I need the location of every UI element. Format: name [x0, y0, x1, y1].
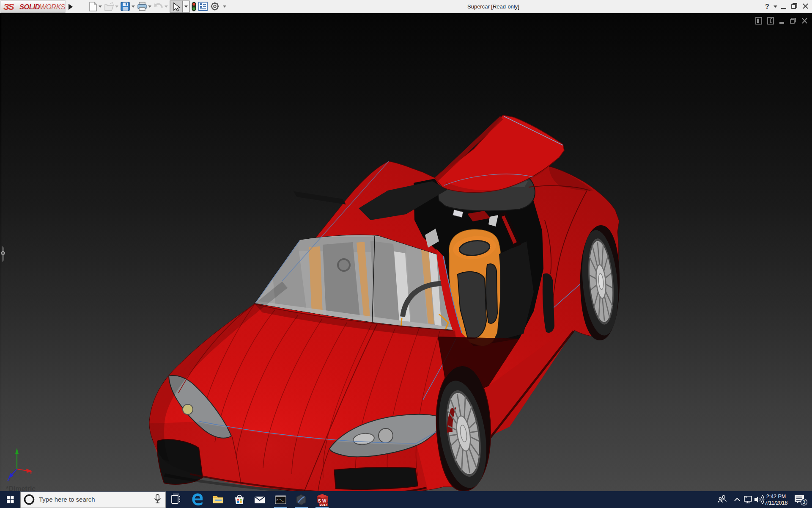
- svg-text:7/11/2018: 7/11/2018: [765, 500, 788, 506]
- svg-text:ЗS: ЗS: [3, 2, 14, 11]
- svg-text:C:\_: C:\_: [277, 499, 284, 502]
- svg-text:?: ?: [765, 3, 769, 10]
- svg-text:3: 3: [803, 500, 805, 505]
- svg-text:2:42 PM: 2:42 PM: [766, 494, 786, 500]
- svg-text:SOLIDWORKS: SOLIDWORKS: [19, 3, 65, 11]
- svg-text:2017: 2017: [320, 503, 327, 507]
- svg-text:x: x: [29, 470, 32, 475]
- svg-text:z: z: [7, 477, 10, 482]
